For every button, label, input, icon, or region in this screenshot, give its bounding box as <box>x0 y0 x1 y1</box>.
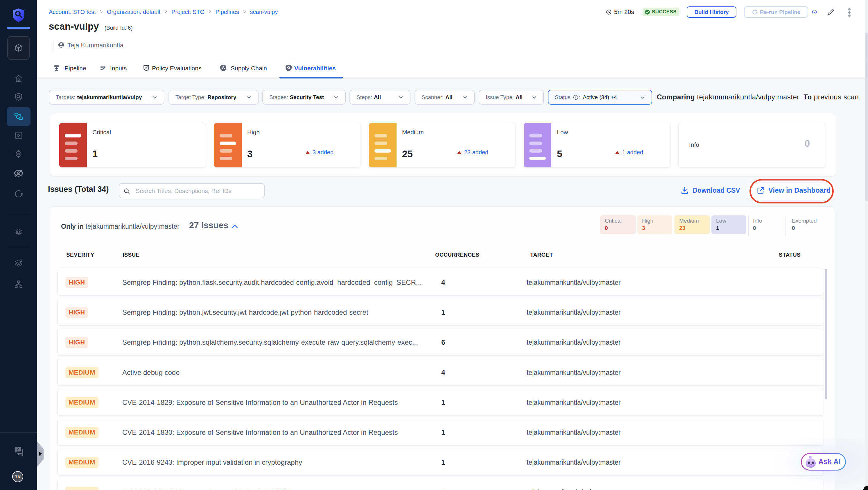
svg-text:?: ? <box>17 447 19 451</box>
